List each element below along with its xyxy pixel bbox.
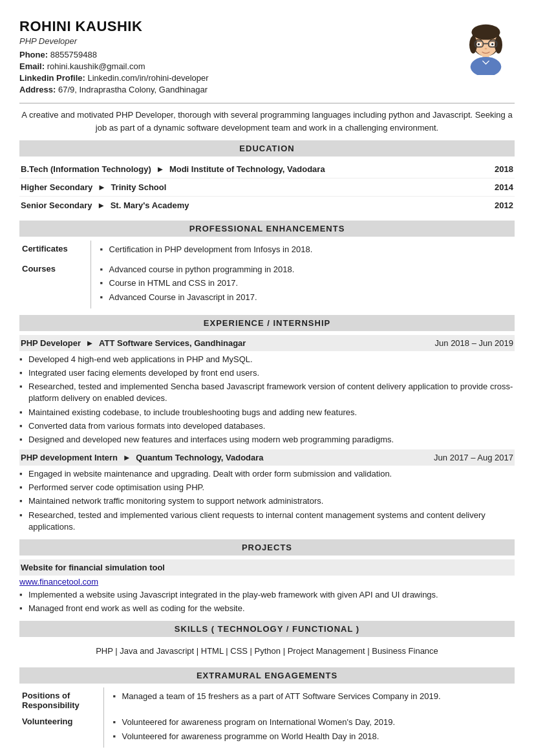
email-row: Email: rohini.kaushik@gmail.com: [19, 61, 209, 71]
prof-bullets-0: Certification in PHP development from In…: [91, 241, 515, 261]
edu-level-0: B.Tech (Information Technology) ► Modi I…: [21, 164, 325, 174]
list-item: Converted data from various formats into…: [19, 420, 515, 432]
header-divider: [19, 103, 515, 103]
header: ROHINI KAUSHIK PHP Developer Phone: 8855…: [19, 18, 515, 96]
prof-label-0: Certificates: [19, 241, 91, 261]
list-item: Advanced Course in Javascript in 2017.: [100, 292, 513, 303]
svg-point-12: [484, 47, 486, 49]
list-item: Managed front end work as well as coding…: [19, 603, 515, 614]
list-item: Volunteered for awareness programme on W…: [113, 731, 513, 742]
linkedin-label: Linkedin Profile:: [19, 73, 85, 83]
prof-bullets-1: Advanced course in python programming in…: [91, 261, 515, 308]
professional-header: PROFESSIONAL ENHANCEMENTS: [19, 221, 515, 237]
svg-point-3: [469, 36, 477, 53]
edu-year-2: 2012: [495, 200, 513, 210]
education-list: B.Tech (Information Technology) ► Modi I…: [19, 160, 515, 214]
extramural-row-1: Volunteering Volunteered for awareness p…: [19, 713, 515, 747]
candidate-name: ROHINI KAUSHIK: [19, 18, 209, 35]
linkedin-row: Linkedin Profile: Linkedin.com/in/rohini…: [19, 73, 209, 83]
experience-header: EXPERIENCE / INTERNSHIP: [19, 315, 515, 331]
exp-job-1-date: Jun 2017 – Aug 2017: [434, 453, 513, 462]
list-item: Course in HTML and CSS in 2017.: [100, 277, 513, 289]
skills-header: SKILLS ( TECHNOLOGY / FUNCTIONAL ): [19, 621, 515, 637]
professional-section: PROFESSIONAL ENHANCEMENTS Certificates C…: [19, 221, 515, 308]
edu-level-2: Senior Secondary ► St. Mary's Academy: [21, 200, 189, 210]
exp-job-0-title: PHP Developer ► ATT Software Services, G…: [21, 338, 246, 348]
linkedin-value: Linkedin.com/in/rohini-developer: [87, 73, 208, 83]
exp-job-1-header: PHP development Intern ► Quantum Technol…: [19, 449, 515, 466]
extramural-row-0: Positions of Responsibility Managed a te…: [19, 687, 515, 713]
extramural-bullets-1: Volunteered for awareness program on Int…: [103, 713, 515, 747]
education-header: EDUCATION: [19, 140, 515, 157]
edu-row-2: Senior Secondary ► St. Mary's Academy 20…: [19, 197, 515, 214]
projects-header: PROJECTS: [19, 539, 515, 556]
phone-value: 8855759488: [50, 50, 97, 59]
list-item: Performed server code optimisation using…: [19, 482, 515, 493]
education-section: EDUCATION B.Tech (Information Technology…: [19, 140, 515, 214]
candidate-title: PHP Developer: [19, 36, 209, 46]
exp-job-0-date: Jun 2018 – Jun 2019: [435, 338, 513, 348]
prof-row-0: Certificates Certification in PHP develo…: [19, 241, 515, 261]
svg-point-2: [471, 24, 500, 39]
extramural-label-1: Volunteering: [19, 713, 103, 747]
project-0-bullets: Implemented a website using Javascript i…: [19, 589, 515, 614]
list-item: Maintained existing codebase, to include…: [19, 407, 515, 418]
prof-label-1: Courses: [19, 261, 91, 308]
header-info: ROHINI KAUSHIK PHP Developer Phone: 8855…: [19, 18, 209, 96]
exp-job-0-header: PHP Developer ► ATT Software Services, G…: [19, 335, 515, 351]
address-row: Address: 67/9, Indraprastha Colony, Gand…: [19, 85, 209, 94]
phone-row: Phone: 8855759488: [19, 50, 209, 59]
address-value: 67/9, Indraprastha Colony, Gandhinagar: [58, 85, 208, 94]
list-item: Volunteered for awareness program on Int…: [113, 717, 513, 728]
experience-section: EXPERIENCE / INTERNSHIP PHP Developer ► …: [19, 315, 515, 533]
skills-list: PHP | Java and Javascript | HTML | CSS |…: [19, 641, 515, 661]
list-item: Developed 4 high-end web applications in…: [19, 354, 515, 365]
projects-section: PROJECTS Website for financial simulatio…: [19, 539, 515, 614]
list-item: Researched, tested and implemented Sench…: [19, 381, 515, 404]
email-label: Email:: [19, 61, 45, 71]
svg-point-14: [470, 56, 501, 74]
list-item: Certification in PHP development from In…: [100, 244, 513, 255]
edu-level-1: Higher Secondary ► Trinity School: [21, 182, 166, 192]
list-item: Maintained network traffic monitoring sy…: [19, 495, 515, 507]
avatar: [456, 18, 515, 76]
svg-point-11: [491, 43, 493, 45]
extramural-header: EXTRAMURAL ENGAGEMENTS: [19, 667, 515, 684]
list-item: Designed and developed new features and …: [19, 434, 515, 446]
extramural-bullets-0: Managed a team of 15 freshers as a part …: [103, 687, 515, 713]
list-item: Integrated user facing elements develope…: [19, 367, 515, 379]
skills-section: SKILLS ( TECHNOLOGY / FUNCTIONAL ) PHP |…: [19, 621, 515, 661]
address-label: Address:: [19, 85, 56, 94]
extramural-section: EXTRAMURAL ENGAGEMENTS Positions of Resp…: [19, 667, 515, 747]
edu-year-0: 2018: [495, 164, 513, 174]
edu-row-0: B.Tech (Information Technology) ► Modi I…: [19, 160, 515, 178]
list-item: Researched, tested and implemented vario…: [19, 510, 515, 533]
project-0-title: Website for financial simulation tool: [19, 559, 515, 576]
extramural-label-0: Positions of Responsibility: [19, 687, 103, 713]
list-item: Engaged in website maintenance and upgra…: [19, 468, 515, 480]
professional-table: Certificates Certification in PHP develo…: [19, 241, 515, 308]
exp-job-1-title: PHP development Intern ► Quantum Technol…: [21, 453, 264, 462]
list-item: Managed a team of 15 freshers as a part …: [113, 691, 513, 702]
exp-job-1-bullets: Engaged in website maintenance and upgra…: [19, 468, 515, 533]
prof-row-1: Courses Advanced course in python progra…: [19, 261, 515, 308]
list-item: Advanced course in python programming in…: [100, 264, 513, 275]
extramural-table: Positions of Responsibility Managed a te…: [19, 687, 515, 747]
edu-year-1: 2014: [495, 182, 513, 192]
edu-row-1: Higher Secondary ► Trinity School 2014: [19, 178, 515, 197]
svg-point-10: [477, 43, 479, 45]
phone-label: Phone:: [19, 50, 48, 59]
email-value: rohini.kaushik@gmail.com: [47, 61, 145, 71]
summary: A creative and motivated PHP Developer, …: [19, 109, 515, 134]
svg-point-4: [495, 36, 502, 53]
project-0-link[interactable]: www.financetool.com: [19, 577, 515, 587]
exp-job-0-bullets: Developed 4 high-end web applications in…: [19, 354, 515, 446]
list-item: Implemented a website using Javascript i…: [19, 589, 515, 601]
